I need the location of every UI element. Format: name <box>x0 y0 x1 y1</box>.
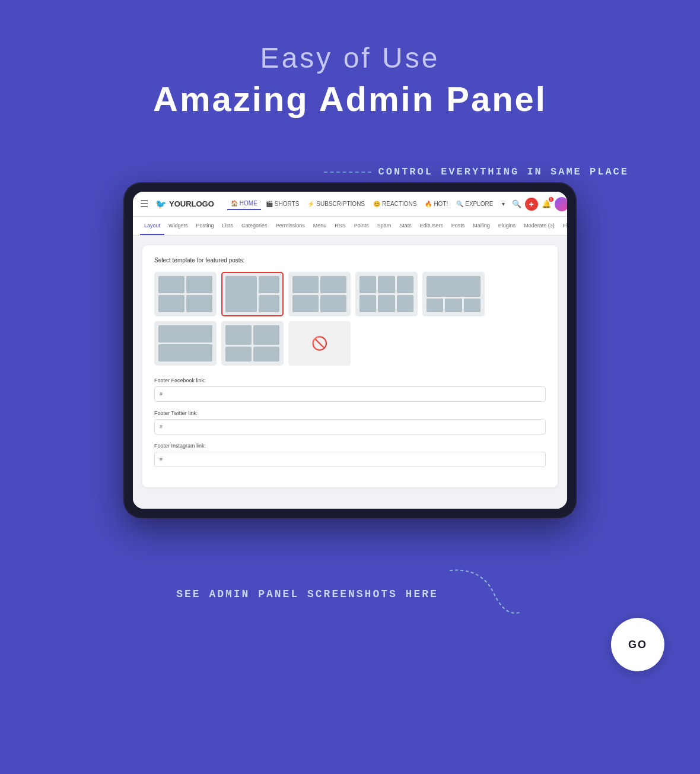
nav-actions: 🔍 + 🔔 5 <box>512 197 567 211</box>
tab-widgets[interactable]: Widgets <box>164 217 192 235</box>
facebook-input[interactable] <box>154 386 546 402</box>
instagram-label: Footer Instagram link: <box>154 443 546 449</box>
tmpl-cell <box>158 295 184 312</box>
tablet-screen: ☰ 🐦 YOURLOGO 🏠 HOME 🎬 SHORTS ⚡ <box>133 192 567 509</box>
tab-mailing-label: Mailing <box>473 223 490 229</box>
form-group-instagram: Footer Instagram link: <box>154 443 546 467</box>
chevron-down-icon: ▾ <box>502 201 505 207</box>
bottom-row: SEE ADMIN PANEL SCREENSHOTS HERE GO <box>0 564 700 624</box>
tablet-frame: ☰ 🐦 YOURLOGO 🏠 HOME 🎬 SHORTS ⚡ <box>125 183 575 517</box>
dashed-curve-svg <box>447 564 524 624</box>
template-1[interactable] <box>154 272 217 316</box>
tmpl-cell <box>397 295 413 312</box>
nav-link-home[interactable]: 🏠 HOME <box>227 198 261 210</box>
tab-rss-label: RSS <box>335 223 346 229</box>
tab-spam[interactable]: Spam <box>373 217 396 235</box>
template-6[interactable] <box>154 321 217 366</box>
tmpl-cell <box>186 295 212 312</box>
bell-icon[interactable]: 🔔 5 <box>542 199 551 208</box>
tab-posts[interactable]: Posts <box>447 217 469 235</box>
tmpl-cell <box>378 276 394 293</box>
tab-categories-label: Categories <box>241 223 268 229</box>
go-button[interactable]: GO <box>611 618 664 671</box>
section-title: Select template for featured posts: <box>154 257 546 264</box>
tmpl-cell <box>320 276 346 293</box>
tab-moderate-label: Moderate (3) <box>524 223 555 229</box>
bell-badge: 5 <box>549 197 553 202</box>
nav-link-explore-label: EXPLORE <box>465 201 493 207</box>
tab-permissions[interactable]: Permissions <box>272 217 309 235</box>
nav-link-reactions[interactable]: 😊 REACTIONS <box>370 198 420 210</box>
tab-layout[interactable]: Layout <box>140 217 164 235</box>
template-3[interactable] <box>288 272 351 316</box>
logo-text: YOURLOGO <box>169 199 214 208</box>
template-4[interactable] <box>355 272 418 316</box>
facebook-label: Footer Facebook link: <box>154 378 546 383</box>
tab-spam-label: Spam <box>377 223 392 229</box>
tmpl-cell <box>359 295 376 312</box>
tmpl-cell <box>320 295 346 312</box>
template-5[interactable] <box>422 272 485 316</box>
nav-link-more[interactable]: ▾ <box>498 198 508 210</box>
nav-link-subscriptions[interactable]: ⚡ SUBSCRIPTIONS <box>304 198 368 210</box>
template-disabled: 🚫 <box>288 321 351 366</box>
tmpl-cell <box>292 276 319 293</box>
tmpl-cell <box>292 295 319 312</box>
tab-posts-label: Posts <box>451 223 465 229</box>
tab-menu[interactable]: Menu <box>309 217 331 235</box>
tab-posting[interactable]: Posting <box>192 217 218 235</box>
tab-rss[interactable]: RSS <box>330 217 350 235</box>
tab-lists[interactable]: Lists <box>218 217 238 235</box>
tmpl-cell <box>158 325 212 342</box>
nav-link-explore[interactable]: 🔍 EXPLORE <box>453 198 497 210</box>
reactions-icon: 😊 <box>373 201 380 207</box>
template-2[interactable] <box>221 272 284 316</box>
add-button[interactable]: + <box>525 198 538 211</box>
header-section: Easy of Use Amazing Admin Panel <box>153 0 547 119</box>
nav-link-reactions-label: REACTIONS <box>382 201 416 207</box>
control-label: CONTROL EVERYTHING IN SAME PLACE <box>378 166 629 177</box>
dashed-line-left <box>324 172 371 173</box>
disabled-icon: 🚫 <box>311 336 327 351</box>
tab-mailing[interactable]: Mailing <box>469 217 494 235</box>
tab-widgets-label: Widgets <box>168 223 188 229</box>
tmpl-cell <box>259 295 279 312</box>
nav-link-subscriptions-label: SUBSCRIPTIONS <box>316 201 365 207</box>
control-label-row: CONTROL EVERYTHING IN SAME PLACE <box>0 166 700 177</box>
tab-editusers[interactable]: EditUsers <box>416 217 447 235</box>
amazing-admin-title: Amazing Admin Panel <box>153 79 547 119</box>
tmpl-cell <box>259 276 279 293</box>
tab-flagged[interactable]: Flagged <box>559 217 567 235</box>
nav-link-shorts[interactable]: 🎬 SHORTS <box>262 198 303 210</box>
hamburger-icon[interactable]: ☰ <box>140 198 148 210</box>
tmpl-cell <box>253 347 279 361</box>
tmpl-cell <box>186 276 212 293</box>
tab-permissions-label: Permissions <box>276 223 305 229</box>
tmpl-cell <box>427 299 443 312</box>
tmpl-cell <box>158 276 184 293</box>
tmpl-cell <box>427 276 481 297</box>
easy-of-use-title: Easy of Use <box>153 42 547 74</box>
instagram-input[interactable] <box>154 452 546 467</box>
template-grid: 🚫 <box>154 272 546 366</box>
nav-link-hot[interactable]: 🔥 HOT! <box>421 198 451 210</box>
tmpl-cell <box>225 276 257 312</box>
tab-plugins[interactable]: Plugins <box>494 217 520 235</box>
tab-points[interactable]: Points <box>350 217 373 235</box>
tmpl-cell <box>397 276 413 293</box>
tablet-wrapper: ☰ 🐦 YOURLOGO 🏠 HOME 🎬 SHORTS ⚡ <box>125 183 575 517</box>
tmpl-cell <box>378 295 394 312</box>
tab-stats[interactable]: Stats <box>395 217 416 235</box>
nav-link-home-label: HOME <box>240 200 257 207</box>
bottom-label-row: SEE ADMIN PANEL SCREENSHOTS HERE <box>176 564 524 624</box>
template-7[interactable] <box>221 321 284 366</box>
twitter-input[interactable] <box>154 419 546 434</box>
tab-categories[interactable]: Categories <box>237 217 272 235</box>
search-icon[interactable]: 🔍 <box>512 199 521 208</box>
avatar[interactable] <box>555 197 567 211</box>
admin-content: Select template for featured posts: <box>133 236 567 509</box>
tab-moderate[interactable]: Moderate (3) <box>520 217 559 235</box>
tmpl-cell <box>359 276 376 293</box>
form-group-twitter: Footer Twitter link: <box>154 410 546 434</box>
tab-posting-label: Posting <box>196 223 214 229</box>
